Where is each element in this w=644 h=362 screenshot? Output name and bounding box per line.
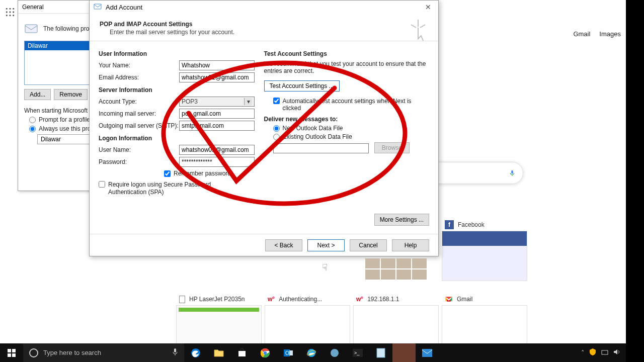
system-tray[interactable]: ˄ xyxy=(576,348,626,357)
microphone-icon[interactable] xyxy=(509,168,516,178)
gmail-icon xyxy=(445,296,453,302)
svg-point-1 xyxy=(9,8,11,10)
tray-volume-icon[interactable] xyxy=(613,348,621,357)
tile-label: Facebook xyxy=(458,221,485,228)
svg-rect-34 xyxy=(602,350,608,354)
dialog-titlebar[interactable]: Add Account ✕ xyxy=(90,1,438,14)
terminal-icon[interactable]: >_ xyxy=(346,343,369,362)
svg-point-0 xyxy=(6,8,8,10)
mouse-cursor-icon: ☟ xyxy=(322,262,331,273)
file-explorer-icon[interactable] xyxy=(207,343,230,362)
username-input[interactable] xyxy=(179,145,255,155)
edge-icon[interactable] xyxy=(184,343,207,362)
svg-rect-19 xyxy=(174,348,176,352)
notepad-icon[interactable] xyxy=(369,343,392,362)
svg-point-23 xyxy=(264,351,267,354)
windows-taskbar: Type here to search O >_ ˄ xyxy=(0,343,626,362)
svg-line-12 xyxy=(411,25,416,28)
test-account-settings-button[interactable]: Test Account Settings ... xyxy=(264,80,340,92)
existing-file-path-input[interactable] xyxy=(273,143,369,153)
your-name-input[interactable] xyxy=(179,60,255,70)
spa-checkbox[interactable]: Require logon using Secure Password Auth… xyxy=(99,181,264,196)
account-type-label: Account Type: xyxy=(99,98,179,105)
chrome-icon[interactable] xyxy=(254,343,277,362)
w-icon: w° xyxy=(356,296,363,303)
outgoing-server-input[interactable] xyxy=(179,121,255,131)
microphone-icon[interactable] xyxy=(172,348,178,357)
existing-data-file-radio[interactable]: Existing Outlook Data File xyxy=(273,133,430,140)
remove-profile-button[interactable]: Remove xyxy=(54,89,88,100)
apps-grid-icon[interactable] xyxy=(5,7,15,17)
email-label: Email Address: xyxy=(99,74,179,81)
your-name-label: Your Name: xyxy=(99,62,179,69)
dialog-subheader: POP and IMAP Account Settings Enter the … xyxy=(90,14,438,41)
account-type-select[interactable]: POP3▾ xyxy=(179,97,255,107)
mail-control-icon[interactable] xyxy=(416,343,439,362)
gmail-link[interactable]: Gmail xyxy=(573,30,590,38)
w-icon: w° xyxy=(268,296,275,303)
taskbar-pinned-apps: O >_ xyxy=(184,343,439,362)
test-settings-text: We recommend that you test your account … xyxy=(264,60,430,74)
chevron-down-icon: ▾ xyxy=(244,98,252,105)
settings-heading: POP and IMAP Account Settings xyxy=(100,21,428,28)
svg-rect-17 xyxy=(8,353,11,357)
back-button[interactable]: < Back xyxy=(265,239,302,251)
outgoing-server-label: Outgoing mail server (SMTP): xyxy=(99,122,179,129)
svg-point-5 xyxy=(13,11,14,13)
svg-point-8 xyxy=(13,15,14,16)
store-icon[interactable] xyxy=(230,343,254,362)
svg-rect-16 xyxy=(12,349,16,352)
close-icon[interactable]: ✕ xyxy=(422,3,434,11)
tray-chevron-up-icon[interactable]: ˄ xyxy=(581,349,585,356)
more-settings-button[interactable]: More Settings ... xyxy=(374,214,429,226)
deliver-heading: Deliver new messages to: xyxy=(264,116,430,123)
mail-account-icon xyxy=(94,3,102,12)
help-button[interactable]: Help xyxy=(392,239,429,251)
taskbar-search[interactable]: Type here to search xyxy=(23,343,184,362)
dialog-button-row: < Back Next > Cancel Help xyxy=(90,234,438,256)
app2-icon[interactable] xyxy=(392,343,416,362)
password-label: Password: xyxy=(99,158,179,165)
svg-line-13 xyxy=(420,25,425,28)
tile-thumbnail xyxy=(442,231,527,281)
tray-security-icon[interactable] xyxy=(589,348,597,357)
start-button[interactable] xyxy=(0,343,23,362)
email-input[interactable] xyxy=(179,72,255,82)
incoming-server-input[interactable] xyxy=(179,109,255,119)
password-input[interactable] xyxy=(179,157,255,167)
next-button[interactable]: Next > xyxy=(307,239,345,251)
add-account-dialog: Add Account ✕ POP and IMAP Account Setti… xyxy=(89,0,439,256)
test-settings-heading: Test Account Settings xyxy=(264,50,430,57)
svg-point-2 xyxy=(13,8,14,10)
svg-text:>_: >_ xyxy=(354,350,360,355)
search-placeholder: Type here to search xyxy=(43,349,101,356)
server-info-heading: Server Information xyxy=(99,86,264,94)
cancel-button[interactable]: Cancel xyxy=(350,239,387,251)
svg-point-7 xyxy=(9,15,11,16)
auto-test-checkbox[interactable]: Automatically test account settings when… xyxy=(273,98,430,112)
svg-rect-15 xyxy=(8,349,11,352)
browse-button: Browse xyxy=(374,142,410,153)
document-icon xyxy=(179,296,185,303)
svg-rect-21 xyxy=(238,351,246,356)
remember-password-checkbox[interactable]: Remember password xyxy=(164,170,264,177)
svg-rect-26 xyxy=(289,350,293,355)
tile-label: HP LaserJet P2035n xyxy=(189,296,245,303)
images-link[interactable]: Images xyxy=(599,30,621,38)
dialog-title: Add Account xyxy=(106,4,142,11)
user-info-heading: User Information xyxy=(99,50,264,57)
outlook-icon[interactable]: O xyxy=(277,343,300,362)
dialog-title: General xyxy=(22,4,44,11)
tray-network-icon[interactable] xyxy=(601,348,609,357)
tile-label: Gmail xyxy=(457,296,472,303)
tile-facebook[interactable]: fFacebook xyxy=(442,219,527,281)
app-icon[interactable] xyxy=(323,343,346,362)
svg-point-3 xyxy=(6,11,8,13)
new-data-file-radio[interactable]: New Outlook Data File xyxy=(273,125,430,132)
svg-rect-32 xyxy=(377,348,385,357)
svg-rect-18 xyxy=(12,353,16,357)
add-profile-button[interactable]: Add... xyxy=(24,89,51,100)
username-label: User Name: xyxy=(99,146,179,153)
logon-info-heading: Logon Information xyxy=(99,135,264,142)
ie-icon[interactable] xyxy=(300,343,323,362)
